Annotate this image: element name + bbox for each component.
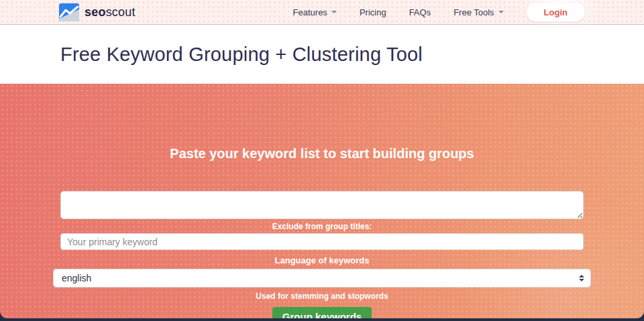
keyword-list-textarea[interactable] [60, 191, 584, 219]
nav-menu: Features Pricing FAQs Free Tools Login [293, 3, 585, 21]
keyword-grouping-hero: Paste your keyword list to start buildin… [0, 84, 644, 318]
nav-item-faqs[interactable]: FAQs [409, 7, 431, 17]
primary-keyword-input[interactable] [60, 233, 584, 250]
nav-item-label: FAQs [409, 7, 431, 17]
nav-item-label: Free Tools [453, 7, 494, 17]
keyword-list-textarea-wrap [60, 191, 584, 219]
title-section: Free Keyword Grouping + Clustering Tool [0, 25, 644, 84]
language-select[interactable]: english [53, 269, 591, 287]
top-navbar: seoscout Features Pricing FAQs Free Tool… [0, 0, 644, 25]
nav-item-label: Pricing [360, 7, 386, 17]
nav-item-features[interactable]: Features [293, 7, 337, 17]
nav-item-free-tools[interactable]: Free Tools [453, 7, 503, 17]
chevron-down-icon [498, 11, 504, 13]
brand-name-bold: seo [85, 5, 106, 19]
group-keywords-button[interactable]: Group keywords [272, 307, 372, 318]
hero-heading: Paste your keyword list to start buildin… [170, 144, 474, 163]
exclude-label: Exclude from group titles: [272, 222, 372, 231]
brand-name-light: scout [106, 5, 136, 19]
login-button[interactable]: Login [527, 3, 585, 21]
nav-item-pricing[interactable]: Pricing [360, 7, 386, 17]
chevron-down-icon [331, 11, 337, 13]
mountain-chart-logo-icon [59, 3, 79, 21]
brand-logo[interactable]: seoscout [59, 3, 136, 21]
page-title: Free Keyword Grouping + Clustering Tool [60, 44, 423, 66]
nav-item-label: Features [293, 7, 327, 17]
language-hint: Used for stemming and stopwords [256, 292, 388, 302]
page: seoscout Features Pricing FAQs Free Tool… [0, 0, 644, 321]
language-select-wrap: english [53, 269, 591, 287]
language-label: Language of keywords [275, 255, 370, 266]
keyword-form: Paste your keyword list to start buildin… [60, 84, 584, 318]
brand-name: seoscout [85, 5, 136, 19]
